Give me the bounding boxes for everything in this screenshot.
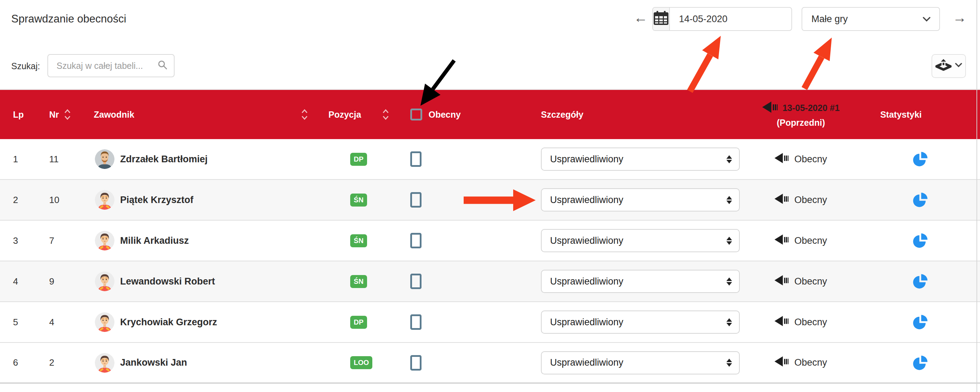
pie-chart-icon[interactable] xyxy=(912,233,928,249)
avatar xyxy=(95,190,115,210)
present-cell xyxy=(410,151,541,167)
row-nr: 9 xyxy=(49,276,94,287)
col-header-lp[interactable]: Lp xyxy=(0,110,49,120)
annotation-arrow-red-date xyxy=(690,36,721,91)
row-nr: 4 xyxy=(49,317,94,328)
col-header-position-label: Pozycja xyxy=(328,110,361,120)
details-select[interactable]: Usprawiedliwiony xyxy=(541,229,740,252)
details-cell: Usprawiedliwiony xyxy=(541,311,752,334)
present-checkbox[interactable] xyxy=(410,233,422,249)
details-select[interactable]: Usprawiedliwiony xyxy=(541,351,740,374)
previous-status-cell: Obecny xyxy=(752,194,850,207)
date-input[interactable] xyxy=(670,8,792,30)
player-cell: Krychowiak Grzegorz xyxy=(94,312,328,332)
player-name[interactable]: Zdrzałek Bartłomiej xyxy=(120,154,208,165)
player-cell: Lewandowski Robert xyxy=(94,271,328,291)
sort-arrows-icon[interactable] xyxy=(301,108,308,121)
date-picker[interactable] xyxy=(652,7,792,31)
scrollbar-track[interactable] xyxy=(977,0,977,392)
position-cell: ŚN xyxy=(328,234,410,247)
player-name[interactable]: Krychowiak Grzegorz xyxy=(120,317,217,328)
search-label: Szukaj: xyxy=(11,61,40,71)
row-lp: 2 xyxy=(0,194,49,206)
col-header-player-label: Zawodnik xyxy=(94,110,134,120)
player-name[interactable]: Milik Arkadiusz xyxy=(120,235,189,246)
player-name[interactable]: Lewandowski Robert xyxy=(120,276,215,287)
export-icon xyxy=(935,58,951,74)
col-header-nr[interactable]: Nr xyxy=(49,108,94,121)
pie-chart-icon[interactable] xyxy=(912,273,928,290)
row-nr: 7 xyxy=(49,235,94,246)
activity-select[interactable]: Małe gry xyxy=(802,7,940,31)
row-lp: 5 xyxy=(0,317,49,328)
row-lp: 1 xyxy=(0,154,49,165)
present-cell xyxy=(410,274,541,289)
select-spinner-icon xyxy=(726,318,732,326)
details-select-value: Usprawiedliwiony xyxy=(550,235,624,246)
previous-day-button[interactable]: ← xyxy=(634,11,648,25)
details-select[interactable]: Usprawiedliwiony xyxy=(541,188,740,212)
previous-session-link[interactable]: 13-05-2020 #1 xyxy=(783,103,840,113)
player-cell: Jankowski Jan xyxy=(94,353,328,373)
row-lp: 4 xyxy=(0,276,49,287)
position-badge: ŚN xyxy=(350,234,367,247)
search-box xyxy=(48,54,175,77)
col-header-previous: 13-05-2020 #1 (Poprzedni) xyxy=(752,102,850,128)
search-input[interactable] xyxy=(56,61,158,71)
col-header-nr-label: Nr xyxy=(49,110,59,120)
previous-status-cell: Obecny xyxy=(752,316,850,329)
player-name[interactable]: Piątek Krzysztof xyxy=(120,194,194,206)
present-cell xyxy=(410,314,541,330)
present-checkbox[interactable] xyxy=(410,274,422,289)
row-nr: 11 xyxy=(49,154,94,165)
details-select[interactable]: Usprawiedliwiony xyxy=(541,270,740,293)
col-header-position[interactable]: Pozycja xyxy=(328,108,410,121)
search-icon xyxy=(158,60,167,71)
next-day-button[interactable]: → xyxy=(953,11,967,25)
pie-chart-icon[interactable] xyxy=(912,355,928,371)
calendar-button[interactable] xyxy=(653,8,670,30)
annotation-arrow-red-select xyxy=(804,38,832,89)
position-cell: ŚN xyxy=(328,194,410,207)
select-all-present-checkbox[interactable] xyxy=(410,108,422,121)
pie-chart-icon[interactable] xyxy=(912,151,928,167)
position-badge: ŚN xyxy=(350,194,367,207)
details-select[interactable]: Usprawiedliwiony xyxy=(541,311,740,334)
sort-arrows-icon[interactable] xyxy=(382,108,389,121)
details-cell: Usprawiedliwiony xyxy=(541,270,752,293)
player-cell: Milik Arkadiusz xyxy=(94,231,328,250)
col-header-player[interactable]: Zawodnik xyxy=(94,108,328,121)
present-checkbox[interactable] xyxy=(410,314,422,330)
present-checkbox[interactable] xyxy=(410,192,422,207)
stats-cell xyxy=(855,192,980,208)
table-row: 4 9 Lewandowski Rober xyxy=(0,261,980,302)
avatar xyxy=(95,312,115,332)
sort-arrows-icon[interactable] xyxy=(64,108,71,121)
previous-status-cell: Obecny xyxy=(752,275,850,288)
previous-status: Obecny xyxy=(794,154,827,165)
details-cell: Usprawiedliwiony xyxy=(541,188,752,212)
details-cell: Usprawiedliwiony xyxy=(541,351,752,374)
player-name[interactable]: Jankowski Jan xyxy=(120,357,187,368)
present-cell xyxy=(410,192,541,207)
rewind-left-icon xyxy=(775,153,789,166)
table-row: 3 7 Milik Arkadiusz xyxy=(0,221,980,261)
activity-select-value: Małe gry xyxy=(811,14,848,25)
details-select[interactable]: Usprawiedliwiony xyxy=(541,148,740,171)
avatar xyxy=(95,149,115,169)
rewind-left-icon xyxy=(775,275,789,288)
stats-cell xyxy=(855,273,980,290)
pie-chart-icon[interactable] xyxy=(912,314,928,330)
export-button[interactable] xyxy=(932,54,966,78)
previous-status: Obecny xyxy=(794,317,827,328)
stats-cell xyxy=(855,355,980,371)
table-header-row: Lp Nr Zawodnik Pozycja xyxy=(0,90,980,139)
present-checkbox[interactable] xyxy=(410,355,422,371)
table-row: 6 2 Jankowski Jan xyxy=(0,343,980,384)
row-nr: 10 xyxy=(49,194,94,206)
row-lp: 3 xyxy=(0,235,49,246)
pie-chart-icon[interactable] xyxy=(912,192,928,208)
present-checkbox[interactable] xyxy=(410,151,422,167)
select-spinner-icon xyxy=(726,237,732,245)
table-row: 5 4 Krychowiak Grzego xyxy=(0,302,980,343)
